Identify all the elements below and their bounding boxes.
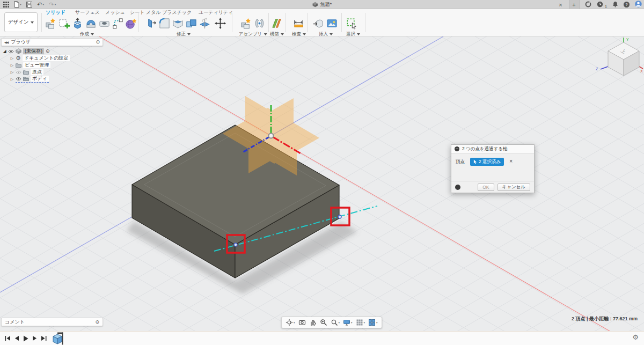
expanded-arrow-icon[interactable]: ◢ [3, 49, 6, 54]
group-inspect[interactable]: 検査 [292, 31, 306, 38]
combine-tool[interactable] [185, 16, 197, 30]
close-document-button[interactable]: × [558, 2, 563, 8]
orbit-tool[interactable]: ▾ [284, 319, 296, 326]
document-tab[interactable]: 無題* [312, 0, 332, 9]
step-back-button[interactable] [14, 335, 19, 341]
collapsed-arrow-icon[interactable]: ▷ [10, 56, 14, 60]
hole-tool[interactable] [98, 16, 111, 30]
create-sketch-tool[interactable] [57, 16, 70, 30]
tab-plastic[interactable]: プラスチック [162, 9, 192, 16]
collapsed-arrow-icon[interactable]: ▷ [10, 63, 14, 67]
group-assembly[interactable]: アセンブリ [239, 31, 267, 38]
timeline-settings-gear-icon[interactable]: ⚙ [632, 334, 639, 341]
create-form-tool[interactable] [125, 16, 137, 30]
undo-button[interactable]: ↶ ▾ [37, 0, 44, 9]
display-settings-tool[interactable]: ▾ [342, 319, 354, 326]
group-select[interactable]: 選択 [346, 31, 360, 38]
insert-derive-tool[interactable] [311, 16, 324, 30]
group-insert[interactable]: 挿入 [319, 31, 333, 38]
panel-options-icon[interactable]: ⊙ [96, 40, 100, 45]
comment-panel-bar[interactable]: コメント ⊙ [1, 318, 103, 326]
new-component-tool[interactable] [44, 16, 57, 30]
select-tool[interactable] [345, 16, 358, 30]
fillet-tool[interactable] [158, 16, 171, 30]
construction-plane-tool[interactable] [270, 16, 283, 30]
joint-tool[interactable] [253, 16, 266, 30]
collapsed-arrow-icon[interactable]: ▷ [10, 70, 14, 74]
shell-tool[interactable] [171, 16, 184, 30]
grid-settings-tool[interactable]: ▾ [355, 319, 367, 326]
origin-point[interactable] [269, 134, 274, 138]
file-menu-button[interactable]: ▾ [14, 0, 21, 9]
bodies-selection-highlight: ボディ [16, 76, 49, 83]
look-at-tool[interactable] [297, 319, 307, 326]
pattern-tool[interactable] [111, 16, 124, 30]
profile-avatar[interactable] [635, 1, 642, 9]
tab-sheetmetal[interactable]: シート メタル [130, 9, 161, 16]
group-modify[interactable]: 修正 [177, 31, 191, 38]
tree-item-label[interactable]: ドキュメントの設定 [23, 55, 70, 61]
play-button[interactable] [23, 335, 28, 342]
move-tool[interactable] [214, 16, 226, 30]
tab-utilities[interactable]: ユーティリティ [199, 9, 233, 16]
app-grid-icon[interactable] [3, 0, 9, 9]
ok-button[interactable]: OK [478, 183, 494, 191]
tab-surface[interactable]: サーフェス [75, 9, 100, 16]
viewports-tool[interactable]: ▾ [367, 319, 379, 326]
cancel-button[interactable]: キャンセル [497, 183, 531, 191]
step-forward-button[interactable] [32, 335, 37, 341]
tab-solid[interactable]: ソリッド [46, 9, 65, 16]
press-pull-tool[interactable] [144, 16, 157, 30]
tree-item-named-views[interactable]: ▷ ビュー管理 [1, 62, 108, 69]
tree-item-document-settings[interactable]: ▷ ⚙ ドキュメントの設定 [1, 55, 108, 62]
extrude-tool[interactable] [71, 16, 84, 30]
collapsed-arrow-icon[interactable]: ▷ [10, 77, 14, 81]
save-icon [26, 2, 32, 8]
browser-header[interactable]: ◀◀ ブラウザ ⊙ [1, 38, 103, 46]
group-construct[interactable]: 構築 [270, 31, 284, 38]
visibility-eye-off-icon[interactable] [16, 70, 21, 75]
tree-item-label[interactable]: ビュー管理 [23, 62, 50, 68]
selection-chip-button[interactable]: 2 選択済み [470, 158, 504, 166]
caret-down-icon: ▾ [376, 321, 378, 324]
redo-button[interactable]: ↷ ▾ [49, 0, 56, 9]
save-button[interactable] [26, 0, 32, 9]
document-name[interactable]: (未保存) [23, 48, 44, 54]
insert-canvas-tool[interactable] [325, 16, 338, 30]
group-create[interactable]: 作成 [80, 31, 94, 38]
split-body-tool[interactable] [198, 16, 211, 30]
collapse-panel-icon[interactable]: ◀◀ [4, 40, 8, 44]
tab-mesh[interactable]: メッシュ [105, 9, 125, 16]
tree-item-label[interactable]: 原点 [31, 69, 43, 75]
new-tab-button[interactable]: + [569, 0, 580, 9]
activate-radio-icon[interactable]: ⊙ [46, 49, 50, 54]
zoom-window-tool[interactable]: ▾ [330, 319, 341, 326]
info-icon[interactable] [455, 185, 460, 190]
tree-item-origin[interactable]: ▷ 原点 [1, 69, 108, 76]
job-status-button[interactable]: 1 [597, 1, 607, 9]
go-to-start-button[interactable] [5, 335, 11, 341]
clear-selection-icon[interactable]: × [509, 158, 513, 164]
tree-item-bodies[interactable]: ▷ ボディ [1, 76, 108, 83]
tree-item-label[interactable]: ボディ [31, 76, 49, 82]
tree-root-document[interactable]: ◢ (未保存) ⊙ [1, 48, 108, 55]
help-button[interactable]: ? [624, 2, 630, 8]
revolve-tool[interactable] [84, 16, 97, 30]
notifications-button[interactable] [612, 1, 618, 9]
visibility-eye-icon[interactable] [16, 77, 21, 81]
measure-tool[interactable] [292, 16, 305, 30]
timeline-extrude-feature[interactable] [51, 332, 65, 345]
dialog-titlebar[interactable]: 2 つの点を通過する軸 [451, 145, 534, 153]
axis-through-two-points-dialog: 2 つの点を通過する軸 頂点 2 選択済み × OK キャンセル [451, 144, 535, 193]
assembly-new-component-tool[interactable] [239, 16, 252, 30]
extensions-button[interactable] [585, 1, 591, 9]
pan-tool[interactable] [308, 319, 318, 326]
selected-vertex-2[interactable] [338, 215, 341, 218]
workspace-switcher[interactable]: デザイン [4, 12, 38, 32]
visibility-eye-icon[interactable] [8, 49, 14, 54]
zoom-tool[interactable] [319, 319, 328, 326]
go-to-end-button[interactable] [41, 335, 47, 341]
selected-vertex-1[interactable] [234, 243, 237, 246]
timeline-position-marker[interactable] [62, 332, 63, 344]
panel-options-icon[interactable]: ⊙ [95, 320, 99, 325]
